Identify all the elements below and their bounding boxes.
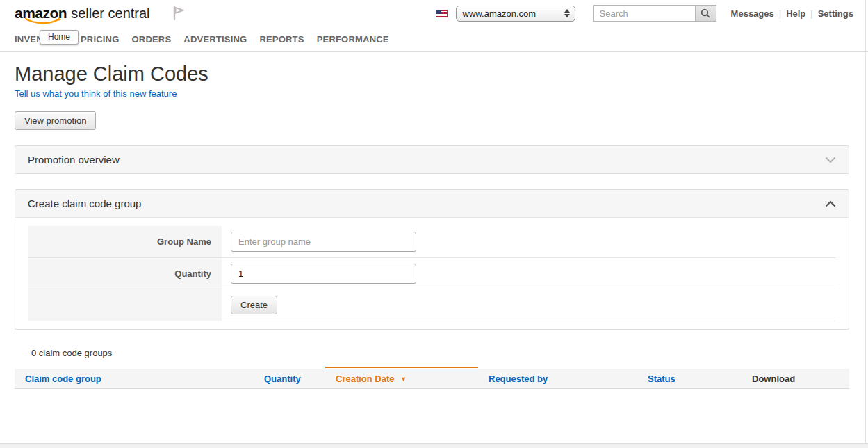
nav-item-reports[interactable]: REPORTS	[259, 34, 304, 45]
quantity-label: Quantity	[28, 258, 222, 289]
chevron-down-icon	[825, 157, 836, 163]
column-header-creation-date[interactable]: Creation Date ▼	[325, 374, 478, 384]
view-promotion-button[interactable]: View promotion	[15, 111, 96, 130]
nav-item-orders[interactable]: ORDERS	[132, 34, 172, 45]
nav-item-advertising[interactable]: ADVERTISING	[183, 34, 247, 45]
sorted-column-indicator-bar	[325, 367, 478, 368]
create-group-body: Group Name Quantity Create	[15, 217, 849, 329]
seller-central-logo[interactable]: amazon seller central	[15, 5, 150, 22]
empty-label-cell	[28, 289, 222, 321]
amazon-smile-icon	[24, 17, 63, 24]
select-updown-icon	[564, 9, 570, 17]
group-name-row: Group Name	[28, 226, 836, 258]
column-header-download: Download	[742, 374, 849, 384]
search-input[interactable]	[593, 5, 695, 22]
column-header-requested-by[interactable]: Requested by	[478, 374, 637, 384]
pennant-flag-icon[interactable]	[172, 6, 185, 21]
us-flag-icon	[436, 10, 448, 17]
promotion-overview-title: Promotion overview	[28, 154, 120, 166]
chevron-up-icon	[825, 200, 836, 207]
feedback-link[interactable]: Tell us what you think of this new featu…	[15, 88, 177, 99]
create-group-title: Create claim code group	[28, 198, 141, 209]
header-search	[593, 5, 716, 22]
horizontal-scrollbar[interactable]	[0, 443, 868, 448]
main-content: Manage Claim Codes Tell us what you thin…	[15, 63, 849, 389]
column-header-status[interactable]: Status	[637, 374, 742, 384]
window-right-edge	[865, 0, 866, 443]
seller-central-page: amazon seller central www.amazon.com	[0, 0, 868, 448]
messages-link[interactable]: Messages	[726, 8, 779, 19]
marketplace-select[interactable]: www.amazon.com	[456, 6, 575, 22]
search-icon	[701, 8, 710, 18]
create-button-row: Create	[28, 289, 836, 321]
create-claim-code-group-panel: Create claim code group Group Name Quant…	[15, 189, 849, 330]
nav-item-performance[interactable]: PERFORMANCE	[317, 34, 389, 45]
column-header-claim-code-group[interactable]: Claim code group	[15, 374, 254, 384]
group-name-input[interactable]	[231, 232, 416, 252]
claim-codes-table-header: Claim code group Quantity Creation Date …	[15, 369, 849, 389]
top-bar: amazon seller central www.amazon.com	[0, 0, 868, 26]
search-button[interactable]	[695, 5, 716, 22]
creation-date-label: Creation Date	[336, 374, 395, 384]
page-title: Manage Claim Codes	[15, 63, 849, 84]
help-link[interactable]: Help	[781, 8, 810, 19]
create-button[interactable]: Create	[231, 296, 277, 314]
main-nav: INVENTORY PRICING ORDERS ADVERTISING REP…	[0, 26, 868, 52]
sort-desc-icon: ▼	[400, 376, 407, 383]
nav-item-pricing[interactable]: PRICING	[81, 34, 120, 45]
logo-seller-central-text: seller central	[71, 6, 149, 22]
promotion-overview-header[interactable]: Promotion overview	[15, 146, 849, 173]
top-bar-right: www.amazon.com Messages | Help |	[436, 5, 858, 22]
claim-code-groups-count: 0 claim code groups	[15, 348, 849, 358]
quantity-input[interactable]	[231, 264, 416, 284]
top-links: Messages | Help | Settings	[726, 8, 858, 19]
promotion-overview-panel: Promotion overview	[15, 145, 849, 174]
settings-link[interactable]: Settings	[813, 8, 858, 19]
marketplace-value: www.amazon.com	[463, 8, 564, 19]
group-name-label: Group Name	[28, 226, 222, 257]
create-group-header[interactable]: Create claim code group	[15, 190, 849, 217]
home-tooltip: Home	[40, 30, 79, 45]
column-header-quantity[interactable]: Quantity	[254, 374, 325, 384]
quantity-row: Quantity	[28, 258, 836, 289]
